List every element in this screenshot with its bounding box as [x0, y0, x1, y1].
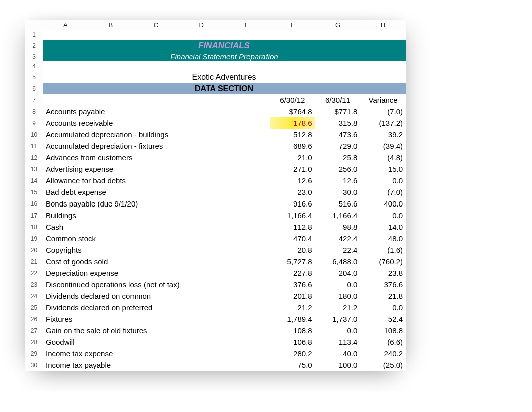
account-label[interactable]: Advertising expense: [43, 163, 270, 175]
value-period1[interactable]: 108.8: [270, 325, 315, 336]
value-variance[interactable]: 400.0: [360, 198, 406, 210]
value-period2[interactable]: 473.6: [315, 129, 361, 140]
row-header[interactable]: 15: [25, 186, 43, 198]
value-variance[interactable]: (7.0): [360, 106, 406, 117]
value-variance[interactable]: (137.2): [360, 117, 406, 129]
account-label[interactable]: Advances from customers: [43, 152, 270, 163]
row-header[interactable]: 21: [25, 256, 43, 267]
value-period2[interactable]: 98.8: [315, 221, 361, 233]
value-variance[interactable]: 21.8: [360, 290, 406, 302]
row-header[interactable]: 14: [25, 175, 43, 186]
row-header[interactable]: 22: [25, 267, 43, 279]
value-period2[interactable]: 12.6: [315, 175, 361, 186]
row-header[interactable]: 20: [25, 244, 43, 256]
value-period1[interactable]: 178.6: [270, 117, 315, 129]
row-header[interactable]: 28: [25, 336, 43, 348]
value-period2[interactable]: 180.0: [315, 290, 361, 302]
account-label[interactable]: Fixtures: [43, 313, 270, 325]
account-label[interactable]: Gain on the sale of old fixtures: [43, 325, 270, 336]
spreadsheet[interactable]: A B C D E F G H 1 2 FINANCIALS 3 Financi…: [25, 20, 406, 371]
value-period1[interactable]: 916.6: [270, 198, 315, 210]
row-header[interactable]: 25: [25, 302, 43, 313]
value-variance[interactable]: 240.2: [360, 348, 406, 359]
value-period2[interactable]: 100.0: [315, 359, 361, 371]
account-label[interactable]: Accumulated depreciation - fixtures: [43, 140, 270, 152]
row-header[interactable]: 18: [25, 221, 43, 233]
row-header[interactable]: 2: [25, 40, 43, 52]
value-variance[interactable]: (25.0): [360, 359, 406, 371]
value-period2[interactable]: 204.0: [315, 267, 361, 279]
section-header-cell[interactable]: DATA SECTION: [43, 83, 406, 94]
row-header[interactable]: 6: [25, 83, 43, 94]
value-period1[interactable]: 227.8: [270, 267, 315, 279]
title-cell[interactable]: FINANCIALS: [43, 40, 406, 52]
row-header[interactable]: 29: [25, 348, 43, 359]
value-period2[interactable]: 1,737.0: [315, 313, 361, 325]
row-header[interactable]: 13: [25, 163, 43, 175]
value-variance[interactable]: (7.0): [360, 186, 406, 198]
value-period2[interactable]: 40.0: [315, 348, 361, 359]
account-label[interactable]: Dividends declared on preferred: [43, 302, 270, 313]
cell[interactable]: [43, 94, 270, 106]
row-header[interactable]: 27: [25, 325, 43, 336]
row-header[interactable]: 9: [25, 117, 43, 129]
col-header[interactable]: F: [270, 20, 315, 30]
account-label[interactable]: Dividends declared on common: [43, 290, 270, 302]
value-variance[interactable]: 23.8: [360, 267, 406, 279]
row-header[interactable]: 4: [25, 61, 43, 71]
value-period2[interactable]: 113.4: [315, 336, 361, 348]
row-header[interactable]: 5: [25, 71, 43, 83]
account-label[interactable]: Bad debt expense: [43, 186, 270, 198]
value-period1[interactable]: 21.2: [270, 302, 315, 313]
value-period2[interactable]: 315.8: [315, 117, 361, 129]
col-header[interactable]: A: [43, 20, 88, 30]
value-variance[interactable]: (6.6): [360, 336, 406, 348]
value-period2[interactable]: $771.8: [315, 106, 361, 117]
row-header[interactable]: 8: [25, 106, 43, 117]
account-label[interactable]: Accounts receivable: [43, 117, 270, 129]
value-period2[interactable]: 0.0: [315, 325, 361, 336]
value-variance[interactable]: 376.6: [360, 279, 406, 290]
variance-header[interactable]: Variance: [360, 94, 406, 106]
row-header[interactable]: 23: [25, 279, 43, 290]
value-period2[interactable]: 729.0: [315, 140, 361, 152]
value-period2[interactable]: 422.4: [315, 233, 361, 244]
value-period2[interactable]: 30.0: [315, 186, 361, 198]
row-header[interactable]: 24: [25, 290, 43, 302]
value-period1[interactable]: 112.8: [270, 221, 315, 233]
row-header[interactable]: 30: [25, 359, 43, 371]
row-header[interactable]: 1: [25, 30, 43, 40]
account-label[interactable]: Income tax payable: [43, 359, 270, 371]
value-variance[interactable]: (39.4): [360, 140, 406, 152]
period2-header[interactable]: 6/30/11: [315, 94, 361, 106]
value-variance[interactable]: (760.2): [360, 256, 406, 267]
value-period1[interactable]: 106.8: [270, 336, 315, 348]
value-period1[interactable]: 75.0: [270, 359, 315, 371]
cell[interactable]: [43, 61, 406, 71]
value-period1[interactable]: 23.0: [270, 186, 315, 198]
value-variance[interactable]: 39.2: [360, 129, 406, 140]
value-variance[interactable]: 14.0: [360, 221, 406, 233]
row-header[interactable]: 3: [25, 52, 43, 61]
value-period1[interactable]: 21.0: [270, 152, 315, 163]
value-variance[interactable]: 0.0: [360, 302, 406, 313]
account-label[interactable]: Accounts payable: [43, 106, 270, 117]
account-label[interactable]: Allowance for bad debts: [43, 175, 270, 186]
account-label[interactable]: Cash: [43, 221, 270, 233]
row-header[interactable]: 17: [25, 210, 43, 221]
col-header[interactable]: C: [133, 20, 179, 30]
row-header[interactable]: 11: [25, 140, 43, 152]
value-variance[interactable]: 108.8: [360, 325, 406, 336]
account-label[interactable]: Depreciation expense: [43, 267, 270, 279]
value-period1[interactable]: 12.6: [270, 175, 315, 186]
col-header[interactable]: E: [224, 20, 270, 30]
col-header[interactable]: B: [88, 20, 134, 30]
row-header[interactable]: 12: [25, 152, 43, 163]
account-label[interactable]: Bonds payable (due 9/1/20): [43, 198, 270, 210]
value-period2[interactable]: 0.0: [315, 279, 361, 290]
col-header[interactable]: H: [360, 20, 406, 30]
value-variance[interactable]: 15.0: [360, 163, 406, 175]
row-header[interactable]: 7: [25, 94, 43, 106]
row-header[interactable]: 26: [25, 313, 43, 325]
account-label[interactable]: Common stock: [43, 233, 270, 244]
